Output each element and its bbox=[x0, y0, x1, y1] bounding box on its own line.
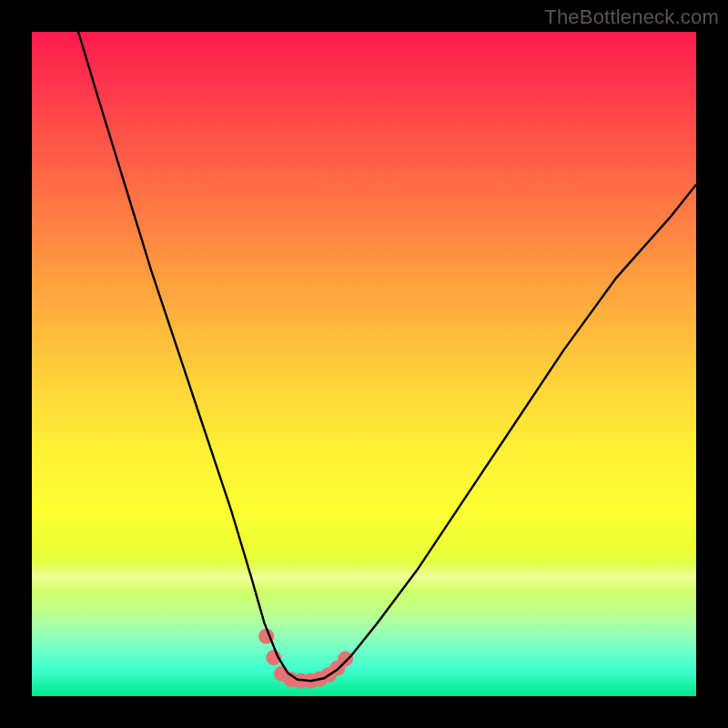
chart-svg bbox=[32, 32, 696, 696]
plot-area bbox=[32, 32, 696, 696]
bottleneck-curve bbox=[78, 32, 696, 681]
watermark-text: TheBottleneck.com bbox=[544, 5, 719, 29]
optimal-point-marker bbox=[338, 652, 353, 667]
chart-frame: TheBottleneck.com bbox=[0, 0, 728, 728]
